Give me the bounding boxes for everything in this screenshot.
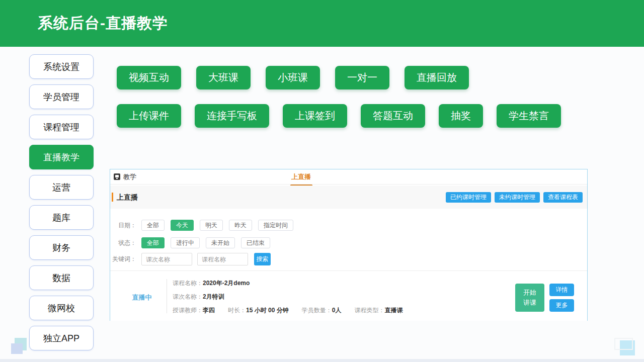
sidebar-item-micro-school[interactable]: 微网校 [29, 296, 94, 320]
detail-button[interactable]: 详情 [549, 284, 574, 296]
course-type-value: 直播课 [384, 306, 403, 315]
status-option-all[interactable]: 全部 [141, 237, 165, 248]
feature-row-2: 上传课件 连接手写板 上课签到 答题互动 抽奖 学生禁言 [117, 104, 575, 128]
status-filter-label: 状态： [110, 239, 136, 247]
course-type-meta: 课程类型： 直播课 [354, 306, 403, 315]
course-meta-line: 授课教师： 李四 时长： 15 小时 00 分钟 学员数量： 0人 课程类型： … [173, 305, 416, 315]
date-filter-label: 日期： [110, 221, 136, 230]
tab-go-live[interactable]: 上直播 [291, 169, 311, 185]
date-option-today[interactable]: 今天 [171, 220, 194, 231]
feature-large-class-button[interactable]: 大班课 [196, 66, 251, 89]
sidebar-item-course-management[interactable]: 课程管理 [29, 115, 94, 139]
search-button[interactable]: 搜索 [254, 253, 271, 265]
section-title: 上直播 [112, 193, 138, 202]
duration-label: 时长： [228, 306, 246, 315]
sidebar-item-live-teaching[interactable]: 直播教学 [29, 145, 94, 169]
sidebar-item-operations[interactable]: 运营 [29, 175, 94, 200]
course-row-divider [167, 279, 167, 313]
panel-tabbar: 教学 上直播 [110, 169, 587, 185]
feature-live-replay-button[interactable]: 直播回放 [405, 66, 469, 89]
feature-buttons: 视频互动 大班课 小班课 一对一 直播回放 上传课件 连接手写板 上课签到 答题… [117, 66, 575, 142]
course-type-label: 课程类型： [354, 306, 384, 315]
course-details: 课程名称： 2020年-2月demo 课次名称： 2月特训 授课教师： 李四 时… [173, 278, 416, 315]
feature-lucky-draw-button[interactable]: 抽奖 [439, 104, 483, 128]
sidebar-item-system-settings[interactable]: 系统设置 [29, 54, 94, 79]
session-name-label: 课次名称： [173, 293, 203, 301]
course-actions: 开始讲课 详情 更多 [515, 284, 574, 312]
date-option-yesterday[interactable]: 昨天 [229, 220, 252, 231]
module-label: 教学 [123, 172, 136, 182]
bottom-edge-strip [0, 359, 644, 362]
teacher-value: 李四 [203, 306, 215, 315]
date-option-all[interactable]: 全部 [141, 220, 165, 231]
course-name-label: 课程名称： [173, 279, 203, 288]
status-option-ended[interactable]: 已结束 [241, 237, 270, 248]
date-option-custom-time[interactable]: 指定时间 [258, 220, 293, 231]
more-button[interactable]: 更多 [549, 299, 574, 312]
sidebar: 系统设置 学员管理 课程管理 直播教学 运营 题库 财务 数据 微网校 独立AP… [29, 54, 94, 356]
feature-small-class-button[interactable]: 小班课 [266, 66, 320, 89]
live-status-badge: 直播中 [129, 293, 154, 302]
booked-hours-management-button[interactable]: 已约课时管理 [446, 192, 491, 203]
student-count-meta: 学员数量： 0人 [302, 306, 342, 315]
page-title: 系统后台-直播教学 [38, 13, 168, 34]
decor-square-outline-right [614, 338, 633, 350]
sidebar-item-finance[interactable]: 财务 [29, 235, 94, 260]
feature-upload-courseware-button[interactable]: 上传课件 [117, 104, 181, 128]
course-name-value: 2020年-2月demo [203, 279, 250, 288]
start-teaching-button[interactable]: 开始讲课 [515, 284, 544, 312]
duration-meta: 时长： 15 小时 00 分钟 [228, 306, 289, 315]
session-name-line: 课次名称： 2月特训 [173, 292, 416, 302]
feature-connect-tablet-button[interactable]: 连接手写板 [195, 104, 269, 128]
keyword-filter-row: 关键词： 搜索 [110, 253, 271, 265]
date-option-tomorrow[interactable]: 明天 [200, 220, 223, 231]
date-filter-chips: 全部 今天 明天 昨天 指定时间 [141, 220, 299, 231]
student-count-label: 学员数量： [302, 306, 332, 315]
sidebar-item-question-bank[interactable]: 题库 [29, 205, 94, 230]
session-name-input[interactable] [141, 253, 192, 265]
decor-square-lavender-left [11, 343, 23, 354]
status-option-not-started[interactable]: 未开始 [206, 237, 235, 248]
section-header-strip: 上直播 已约课时管理 未约课时管理 查看课程表 [110, 186, 587, 209]
view-timetable-button[interactable]: 查看课程表 [543, 192, 583, 203]
unbooked-hours-management-button[interactable]: 未约课时管理 [495, 192, 540, 203]
student-count-value: 0人 [332, 306, 342, 315]
sidebar-item-standalone-app[interactable]: 独立APP [29, 326, 94, 350]
strip-actions: 已约课时管理 未约课时管理 查看课程表 [442, 192, 583, 203]
course-row: 直播中 课程名称： 2020年-2月demo 课次名称： 2月特训 授课教师： … [110, 270, 587, 321]
session-name-value: 2月特训 [203, 293, 224, 301]
course-name-line: 课程名称： 2020年-2月demo [173, 278, 416, 288]
feature-row-1: 视频互动 大班课 小班课 一对一 直播回放 [117, 66, 575, 89]
status-filter-chips: 全部 进行中 未开始 已结束 [141, 237, 276, 248]
status-filter-row: 状态： 全部 进行中 未开始 已结束 [110, 237, 276, 248]
feature-class-checkin-button[interactable]: 上课签到 [283, 104, 347, 128]
sidebar-item-student-management[interactable]: 学员管理 [29, 84, 94, 109]
feature-quiz-interaction-button[interactable]: 答题互动 [361, 104, 425, 128]
teacher-meta: 授课教师： 李四 [173, 306, 215, 315]
feature-mute-students-button[interactable]: 学生禁言 [497, 104, 561, 128]
teacher-label: 授课教师： [173, 306, 203, 315]
admin-panel: 教学 上直播 上直播 已约课时管理 未约课时管理 查看课程表 日期： 全部 今天… [110, 169, 588, 321]
feature-one-on-one-button[interactable]: 一对一 [335, 66, 389, 89]
status-option-in-progress[interactable]: 进行中 [171, 237, 200, 248]
duration-value: 15 小时 00 分钟 [246, 306, 289, 315]
teaching-module-icon [114, 173, 120, 180]
date-filter-row: 日期： 全部 今天 明天 昨天 指定时间 [110, 220, 299, 231]
keyword-filter-label: 关键词： [110, 255, 136, 263]
feature-video-interaction-button[interactable]: 视频互动 [117, 66, 181, 89]
page-banner: 系统后台-直播教学 [0, 0, 644, 47]
course-name-input[interactable] [197, 253, 248, 265]
sidebar-item-data[interactable]: 数据 [29, 265, 94, 290]
